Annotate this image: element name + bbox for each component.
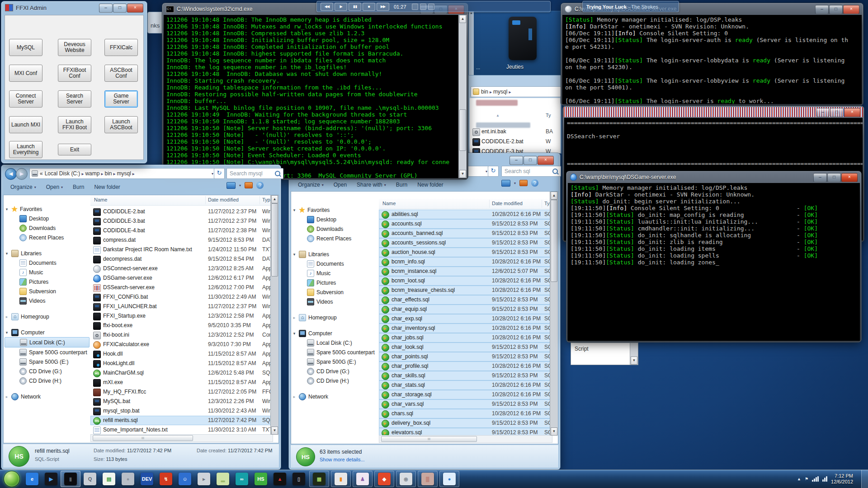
ascboot-conf-button[interactable]: ASCBoot Conf [104, 65, 138, 82]
chevron-down-icon[interactable]: ▾ [212, 172, 213, 176]
visual-studio-icon[interactable]: ∞ [232, 471, 251, 487]
file-row[interactable]: FFXICalculator.exe9/3/2010 7:30 PMApp [90, 340, 273, 349]
breadcrumb-item[interactable]: Local Disk (C:) [45, 170, 80, 177]
file-row[interactable]: char_vars.sql9/15/2012 8:53 PMSQL [379, 399, 552, 409]
chevron-down-icon[interactable]: ▾ [239, 183, 241, 188]
file-row[interactable]: char_inventory.sql10/28/2012 6:16 PMSQL [379, 324, 552, 333]
sidebar-item-downloads[interactable]: Downloads [5, 223, 90, 233]
sidebar-item-desktop[interactable]: Desktop [292, 215, 376, 224]
heidisql-icon[interactable]: HS [251, 471, 270, 487]
file-row[interactable]: CODIDDLE-2.batW [472, 137, 559, 146]
file-row[interactable]: DSConnect-server.exe12/3/2012 8:25 AMApp [90, 264, 273, 273]
file-row[interactable]: FFXI_CONFIG.bat11/30/2012 2:49 AMWin [90, 292, 273, 302]
file-row[interactable]: refill merits.sql11/27/2012 7:42 PMSQL [90, 416, 273, 425]
file-row[interactable]: My_HQ_FFXI.ffcc11/27/2012 2:05 PMFFC [90, 387, 273, 397]
contact-avatar[interactable] [509, 17, 537, 60]
chevron-down-icon[interactable]: ▾ [514, 181, 516, 185]
chevron-down-icon[interactable]: ▾ [486, 169, 487, 174]
forward-button[interactable]: ▶ [16, 168, 28, 180]
play-button[interactable]: ▶ [335, 3, 347, 11]
toolbar-button-share-with[interactable]: Share with▾ [352, 180, 391, 189]
toolbar-button-organize[interactable]: Organize▾ [6, 183, 41, 192]
console-app-icon[interactable]: ▮ [61, 471, 80, 487]
minimize-button[interactable]: – [99, 4, 113, 13]
file-row[interactable]: char_storage.sql10/28/2012 6:16 PMSQL [379, 390, 552, 399]
file-row[interactable]: char_equip.sql9/15/2012 8:53 PMSQL [379, 305, 552, 314]
dev-cpp-icon[interactable]: DEV [137, 471, 156, 487]
file-row[interactable]: bcnm_loot.sql10/28/2012 6:16 PMSQL [379, 276, 552, 286]
breadcrumb-item[interactable]: mysql [117, 170, 131, 177]
file-row[interactable]: char_profile.sql10/28/2012 6:16 PMSQL [379, 361, 552, 371]
network-icon[interactable] [812, 476, 819, 482]
toolbar-button-open[interactable]: Open [329, 180, 351, 189]
internet-explorer-icon[interactable]: e [23, 471, 42, 487]
prism-icon[interactable]: ▲ [270, 471, 289, 487]
mysql-button[interactable]: MySQL [9, 39, 42, 56]
minimize-button[interactable]: – [813, 173, 827, 182]
file-row[interactable]: bcnm_treasure_chests.sql10/28/2012 6:16 … [379, 286, 552, 295]
sidebar-item-libraries[interactable]: ▾Libraries [292, 249, 376, 259]
sidebar-item-music[interactable]: Music [5, 267, 90, 277]
sidebar-item-homegroup[interactable]: ▸Homegroup [5, 312, 90, 321]
start-button[interactable] [4, 471, 20, 487]
expander-icon[interactable]: ▸ [5, 314, 9, 319]
file-row[interactable]: accounts_sessions.sql9/15/2012 8:53 PMSQ… [379, 238, 552, 248]
file-row[interactable]: CODIDDLE-2.bat11/27/2012 2:37 PMWin [90, 207, 273, 216]
sidebar-item-cd-drive-h-[interactable]: CD Drive (H:) [292, 376, 376, 385]
chart-app-icon[interactable]: ▮ [331, 471, 351, 487]
tray-expand-icon[interactable]: ▲ [797, 477, 801, 481]
preview-icon[interactable] [245, 182, 253, 188]
file-row[interactable]: char_points.sql9/15/2012 8:53 PMSQL [379, 352, 552, 361]
easel-icon[interactable]: ▯ [289, 471, 308, 487]
refresh-button[interactable]: ↻ [488, 166, 499, 177]
file-row[interactable]: DSGame-server.exe12/6/2012 6:17 PMApp [90, 273, 273, 283]
deveous-website-button[interactable]: Deveous Website [58, 39, 91, 56]
close-button[interactable]: × [843, 5, 859, 14]
now-playing-bar[interactable]: Trying Your Luck - The Strokes [582, 1, 679, 12]
launch-mxi-button[interactable]: Launch MXI [9, 116, 42, 133]
file-row[interactable]: char_effects.sql9/15/2012 8:53 PMSQL [379, 295, 552, 305]
sidebar-item-cd-drive-g-[interactable]: CD Drive (G:) [292, 366, 376, 376]
sidebar-item-spare-500g-e-[interactable]: Spare 500G (E:) [292, 357, 376, 366]
pause-button[interactable]: ▮ ▮ [349, 3, 361, 11]
file-row[interactable]: char_look.sql9/15/2012 8:53 PMSQL [379, 343, 552, 352]
file-row[interactable]: char_skills.sql9/15/2012 8:53 PMSQL [379, 371, 552, 380]
file-row[interactable]: mysql_stop.bat11/30/2012 2:43 AMWin [90, 406, 273, 416]
file-row[interactable]: bcnm_info.sql10/28/2012 6:16 PMSQL [379, 257, 552, 267]
quicktime-icon[interactable]: Q [80, 471, 99, 487]
exit-button[interactable]: Exit [58, 144, 91, 155]
sidebar-item-computer[interactable]: ▾Computer [292, 328, 376, 338]
column-date[interactable]: Date modified [208, 197, 239, 202]
sidebar-item-pictures[interactable]: Pictures [292, 278, 376, 287]
sidebar-item-computer[interactable]: ▾Computer [5, 328, 90, 337]
expander-icon[interactable]: ▾ [5, 251, 9, 256]
search-server-button[interactable]: Search Server [58, 90, 91, 108]
volume-icon[interactable] [822, 476, 827, 482]
vertical-scrollbar[interactable]: ▼ [630, 343, 638, 365]
sidebar-item-documents[interactable]: Documents [292, 259, 376, 268]
download-manager-icon[interactable]: ↯ [156, 471, 175, 487]
maximize-button[interactable]: □ [829, 5, 843, 14]
sidebar-item-network[interactable]: ▸Network [5, 392, 90, 401]
sidebar-item-documents[interactable]: Documents [5, 258, 90, 267]
minimize-button[interactable]: – [816, 108, 830, 117]
file-row[interactable]: Hook.dll11/15/2012 8:57 AMApp [90, 349, 273, 359]
toolbar-button-new-folder[interactable]: New folder [90, 183, 124, 192]
expander-icon[interactable]: ▸ [292, 394, 297, 399]
launch-everything-button[interactable]: Launch Everything [9, 141, 42, 158]
search-input[interactable]: Search sql [501, 166, 561, 177]
file-row[interactable]: accounts_banned.sql9/15/2012 8:53 PMSQL [379, 229, 552, 238]
expander-icon[interactable]: ▸ [292, 315, 297, 320]
file-row[interactable]: char_jobs.sql10/28/2012 6:16 PMSQL [379, 333, 552, 343]
sidebar-item-videos[interactable]: Videos [5, 296, 90, 305]
diamond-app-icon[interactable]: ◆ [374, 471, 394, 487]
file-row[interactable]: char_stats.sql10/28/2012 6:16 PMSQL [379, 380, 552, 390]
maximize-button[interactable]: □ [113, 4, 127, 13]
expander-icon[interactable]: ▸ [5, 394, 9, 399]
toolbar-button-burn[interactable]: Burn [392, 180, 412, 189]
next-button[interactable]: ▶▶ [377, 3, 389, 11]
file-row[interactable]: DSSearch-server.exe12/6/2012 7:00 PMApp [90, 283, 273, 292]
gray-orb-icon[interactable]: ● [118, 471, 137, 487]
close-button[interactable]: × [841, 173, 858, 182]
connect-server-button[interactable]: Connect Server [9, 90, 42, 108]
